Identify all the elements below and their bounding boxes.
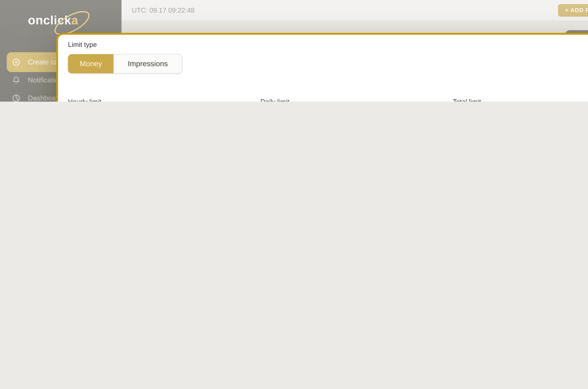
limit-field-total-limit: Total limit no limits: [453, 98, 588, 102]
limit-field-daily-limit: Daily limit no limits: [260, 98, 445, 102]
pie-chart-icon: [12, 94, 21, 102]
limit-type-impressions-option[interactable]: Impressions: [113, 54, 182, 73]
utc-clock: UTC: 09.17 09:22:48: [132, 6, 195, 14]
limit-type-label: Limit type: [68, 40, 588, 48]
limit-field-label: Hourly limit: [68, 98, 253, 102]
plus-circle-icon: [12, 58, 21, 67]
logo-text: onclicka: [28, 14, 78, 27]
limit-field-hourly-limit: Hourly limit no limits: [68, 98, 253, 102]
limit-type-toggle: Money Impressions: [68, 54, 182, 73]
limits-modal: Limit type Money Impressions Hourly limi…: [56, 33, 588, 102]
topbar-actions: + ADD FUNDS $0.00: [558, 0, 588, 20]
limit-field-label: Daily limit: [260, 98, 445, 102]
topbar: UTC: 09.17 09:22:48 + ADD FUNDS $0.00: [121, 0, 588, 20]
limit-field-label: Total limit: [453, 98, 588, 102]
app-root: UTC: 09.17 09:22:48 + ADD FUNDS $0.00 on…: [0, 0, 588, 102]
app-logo[interactable]: onclicka: [28, 14, 78, 28]
limit-fields-row: Hourly limit no limitsDaily limit no lim…: [68, 98, 588, 102]
bell-icon: [12, 76, 21, 85]
limit-type-money-option[interactable]: Money: [68, 54, 113, 73]
add-funds-button[interactable]: + ADD FUNDS: [558, 4, 588, 16]
